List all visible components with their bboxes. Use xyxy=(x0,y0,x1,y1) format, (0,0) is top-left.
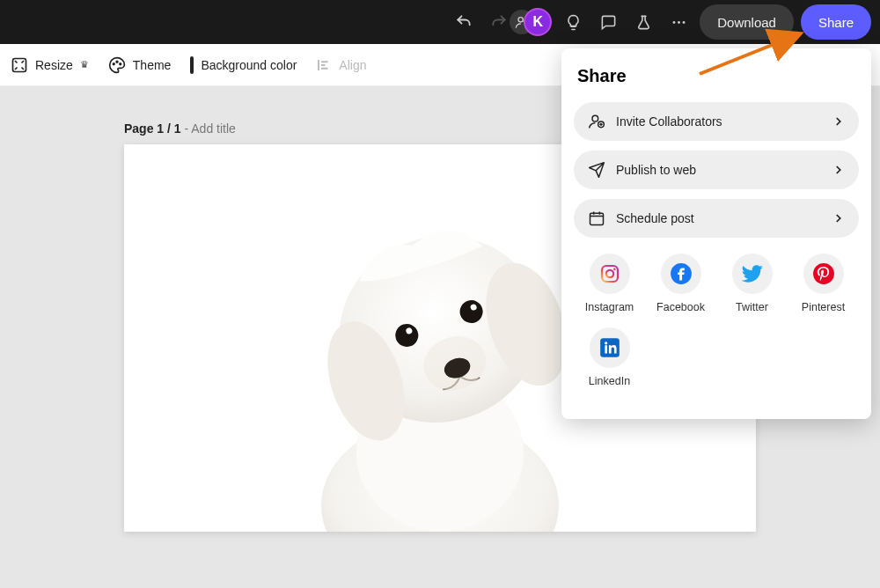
avatar-group[interactable]: K xyxy=(520,6,552,38)
svg-point-27 xyxy=(813,263,834,284)
social-linkedin[interactable]: LinkedIn xyxy=(574,327,645,387)
align-icon xyxy=(316,57,332,73)
canvas-image[interactable] xyxy=(282,180,598,532)
share-panel-title: Share xyxy=(574,66,859,86)
chevron-right-icon xyxy=(832,115,845,128)
svg-point-24 xyxy=(605,270,612,277)
facebook-label: Facebook xyxy=(656,301,705,313)
download-button[interactable]: Download xyxy=(700,4,794,40)
resize-label: Resize xyxy=(35,58,73,72)
svg-point-25 xyxy=(613,268,616,270)
avatar-initial: K xyxy=(532,14,543,30)
invite-icon xyxy=(588,113,605,130)
svg-point-20 xyxy=(592,115,598,121)
pinterest-label: Pinterest xyxy=(802,301,845,313)
svg-point-2 xyxy=(678,21,680,24)
social-pinterest[interactable]: Pinterest xyxy=(788,254,859,313)
svg-point-1 xyxy=(672,21,675,24)
beaker-icon[interactable] xyxy=(629,8,657,36)
svg-point-5 xyxy=(113,62,114,64)
schedule-post-row[interactable]: Schedule post xyxy=(574,199,859,238)
theme-button[interactable]: Theme xyxy=(108,56,172,74)
twitter-icon xyxy=(732,254,773,294)
svg-point-0 xyxy=(518,18,523,22)
social-twitter[interactable]: Twitter xyxy=(716,254,788,313)
pinterest-icon xyxy=(803,254,844,294)
more-icon[interactable] xyxy=(664,8,693,36)
svg-point-7 xyxy=(120,62,121,64)
page-number: Page 1 / 1 xyxy=(124,121,181,136)
svg-point-3 xyxy=(682,21,685,24)
share-panel: Share Invite Collaborators Publish to we… xyxy=(561,48,871,419)
publish-label: Publish to web xyxy=(616,163,696,177)
bgcolor-button[interactable]: Background color xyxy=(190,58,297,72)
calendar-icon xyxy=(588,209,605,227)
linkedin-label: LinkedIn xyxy=(589,375,630,387)
resize-icon xyxy=(11,56,28,74)
page-sep: - xyxy=(181,121,192,136)
page-title-placeholder[interactable]: Add title xyxy=(191,121,236,136)
schedule-label: Schedule post xyxy=(616,211,694,225)
svg-rect-4 xyxy=(13,58,26,71)
theme-label: Theme xyxy=(133,58,172,72)
square-icon xyxy=(190,58,194,72)
lightbulb-icon[interactable] xyxy=(559,8,587,36)
send-icon xyxy=(588,161,605,179)
crown-icon: ♛ xyxy=(80,59,89,70)
instagram-icon xyxy=(590,254,630,294)
align-button: Align xyxy=(316,57,366,73)
social-facebook[interactable]: Facebook xyxy=(645,254,716,313)
palette-icon xyxy=(108,56,126,74)
social-instagram[interactable]: Instagram xyxy=(574,254,645,313)
publish-web-row[interactable]: Publish to web xyxy=(574,151,859,189)
top-header: K Download Share xyxy=(0,0,880,44)
undo-icon[interactable] xyxy=(450,8,478,36)
avatar: K xyxy=(524,8,552,36)
svg-point-6 xyxy=(116,61,118,62)
facebook-icon xyxy=(661,254,701,294)
instagram-label: Instagram xyxy=(585,301,634,313)
comment-icon[interactable] xyxy=(594,8,622,36)
invite-collaborators-row[interactable]: Invite Collaborators xyxy=(574,102,859,141)
svg-rect-23 xyxy=(602,266,618,282)
bgcolor-label: Background color xyxy=(201,58,297,72)
twitter-label: Twitter xyxy=(736,301,768,313)
invite-label: Invite Collaborators xyxy=(616,114,722,129)
share-label: Share xyxy=(818,15,854,30)
align-label: Align xyxy=(339,58,366,72)
social-grid: Instagram Facebook Twitter Pinterest Lin… xyxy=(574,254,859,401)
chevron-right-icon xyxy=(832,212,845,224)
share-button[interactable]: Share xyxy=(801,4,871,40)
resize-button[interactable]: Resize ♛ xyxy=(11,56,89,74)
svg-rect-22 xyxy=(590,213,604,224)
download-label: Download xyxy=(717,15,776,30)
linkedin-icon xyxy=(590,327,630,368)
chevron-right-icon xyxy=(832,164,845,176)
